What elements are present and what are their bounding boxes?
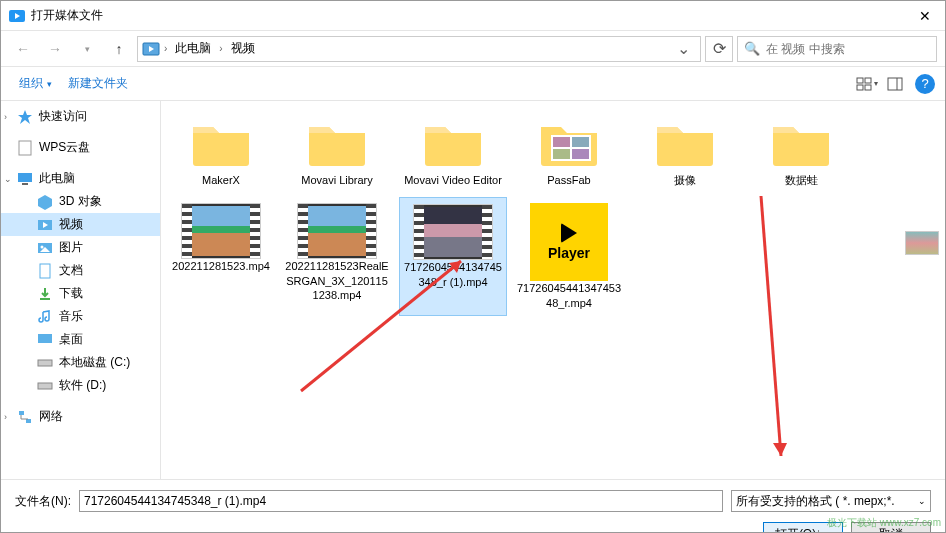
svg-rect-27 (553, 137, 570, 147)
folder-item[interactable]: 摄像 (631, 111, 739, 193)
folder-item[interactable]: Movavi Video Editor (399, 111, 507, 193)
network-icon (17, 409, 33, 425)
close-button[interactable]: ✕ (905, 1, 945, 31)
breadcrumb-current[interactable]: 视频 (227, 38, 259, 59)
breadcrumb-dropdown-icon[interactable]: ⌄ (671, 39, 696, 58)
breadcrumb[interactable]: › 此电脑 › 视频 ⌄ (137, 36, 701, 62)
sidebar-documents[interactable]: 文档 (1, 259, 160, 282)
picture-icon (37, 240, 53, 256)
video-item-selected[interactable]: 7172604544134745348_r (1).mp4 (399, 197, 507, 316)
sidebar-music[interactable]: 音乐 (1, 305, 160, 328)
file-list: MakerX Movavi Library Movavi Video Edito… (161, 101, 945, 479)
svg-rect-8 (888, 78, 902, 90)
svg-line-33 (761, 196, 781, 456)
folder-thumbs-icon (537, 117, 601, 169)
nav-recent-icon[interactable]: ▾ (73, 35, 101, 63)
chevron-right-icon: › (164, 43, 167, 54)
sidebar-videos[interactable]: 视频 (1, 213, 160, 236)
search-box[interactable]: 🔍 (737, 36, 937, 62)
item-label: Movavi Library (301, 173, 373, 187)
svg-rect-28 (572, 137, 589, 147)
new-folder-button[interactable]: 新建文件夹 (60, 71, 136, 96)
video-item[interactable]: 202211281523.mp4 (167, 197, 275, 316)
nav-back-icon[interactable]: ← (9, 35, 37, 63)
svg-rect-5 (865, 78, 871, 83)
item-label: 202211281523RealESRGAN_3X_1201151238.mp4 (285, 259, 389, 302)
item-label: 摄像 (674, 173, 696, 187)
help-button[interactable]: ? (915, 74, 935, 94)
svg-rect-4 (857, 78, 863, 83)
video-library-icon (142, 40, 160, 58)
video-thumbnail (297, 203, 377, 259)
svg-rect-25 (26, 419, 31, 423)
folder-item[interactable]: Movavi Library (283, 111, 391, 193)
sidebar-disk-d[interactable]: 软件 (D:) (1, 374, 160, 397)
preview-thumbnail (905, 231, 939, 255)
cube-icon (37, 194, 53, 210)
item-label: 202211281523.mp4 (172, 259, 270, 273)
video-item[interactable]: 202211281523RealESRGAN_3X_1201151238.mp4 (283, 197, 391, 316)
item-label: 7172604544134745348_r (1).mp4 (402, 260, 504, 289)
folder-icon (421, 117, 485, 169)
item-label: 7172604544134745348_r.mp4 (517, 281, 621, 310)
file-type-filter[interactable]: 所有受支持的格式 ( *. mepx;*.⌄ (731, 490, 931, 512)
svg-rect-22 (38, 360, 52, 366)
sidebar-disk-c[interactable]: 本地磁盘 (C:) (1, 351, 160, 374)
svg-rect-13 (22, 183, 28, 185)
chevron-right-icon: › (219, 43, 222, 54)
svg-rect-7 (865, 85, 871, 90)
sidebar-this-pc[interactable]: ⌄此电脑 (1, 167, 160, 190)
refresh-button[interactable]: ⟳ (705, 36, 733, 62)
download-icon (37, 286, 53, 302)
svg-rect-20 (40, 264, 50, 278)
sidebar-network[interactable]: ›网络 (1, 405, 160, 428)
video-item[interactable]: Player 7172604544134745348_r.mp4 (515, 197, 623, 316)
sidebar-quick-access[interactable]: ›快速访问 (1, 105, 160, 128)
video-thumbnail (181, 203, 261, 259)
filename-input[interactable] (79, 490, 723, 512)
item-label: MakerX (202, 173, 240, 187)
preview-pane-button[interactable] (881, 72, 909, 96)
chevron-right-icon: › (4, 412, 7, 422)
player-icon: Player (530, 203, 608, 281)
folder-item[interactable]: MakerX (167, 111, 275, 193)
star-icon (17, 109, 33, 125)
wps-icon (17, 140, 33, 156)
sidebar-pictures[interactable]: 图片 (1, 236, 160, 259)
folder-item[interactable]: PassFab (515, 111, 623, 193)
item-label: Movavi Video Editor (404, 173, 502, 187)
search-input[interactable] (766, 42, 930, 56)
svg-rect-24 (19, 411, 24, 415)
dropdown-icon[interactable]: ▼ (818, 530, 831, 534)
video-icon (37, 217, 53, 233)
open-button[interactable]: 打开(O)▼ (763, 522, 843, 533)
filename-label: 文件名(N): (15, 493, 71, 510)
disk-icon (37, 355, 53, 371)
sidebar-wps-cloud[interactable]: WPS云盘 (1, 136, 160, 159)
window-title: 打开媒体文件 (31, 7, 905, 24)
svg-rect-21 (38, 334, 52, 343)
item-label: 数据蛙 (785, 173, 818, 187)
folder-icon (653, 117, 717, 169)
pc-icon (17, 171, 33, 187)
sidebar-desktop[interactable]: 桌面 (1, 328, 160, 351)
folder-icon (769, 117, 833, 169)
svg-point-18 (41, 245, 44, 248)
svg-rect-6 (857, 85, 863, 90)
disk-icon (37, 378, 53, 394)
nav-up-icon[interactable]: ↑ (105, 35, 133, 63)
nav-forward-icon[interactable]: → (41, 35, 69, 63)
sidebar-downloads[interactable]: 下载 (1, 282, 160, 305)
svg-marker-14 (38, 195, 52, 210)
folder-item[interactable]: 数据蛙 (747, 111, 855, 193)
organize-menu[interactable]: 组织 ▾ (11, 71, 60, 96)
sidebar-3d-objects[interactable]: 3D 对象 (1, 190, 160, 213)
cancel-button[interactable]: 取消 (851, 522, 931, 533)
svg-rect-30 (572, 149, 589, 159)
svg-rect-23 (38, 383, 52, 389)
search-icon: 🔍 (744, 41, 760, 56)
breadcrumb-root[interactable]: 此电脑 (171, 38, 215, 59)
item-label: PassFab (547, 173, 590, 187)
chevron-right-icon: › (4, 112, 7, 122)
view-mode-button[interactable]: ▾ (853, 72, 881, 96)
